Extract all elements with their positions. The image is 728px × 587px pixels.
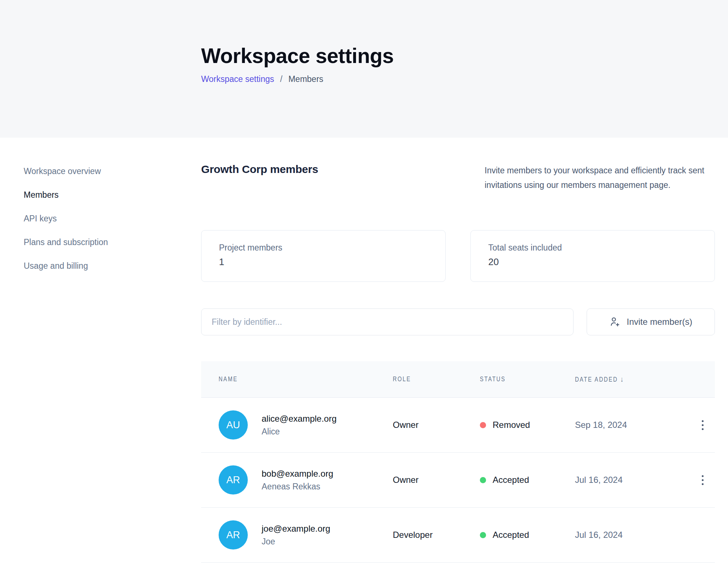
sort-descending-icon: ↓ (620, 375, 623, 383)
stat-label: Project members (219, 243, 445, 253)
invite-members-button[interactable]: Invite member(s) (587, 308, 715, 335)
members-panel: Growth Corp members Invite members to yo… (201, 163, 715, 563)
table-row: AU alice@example.org Alice Owner Removed… (201, 398, 715, 453)
member-username: Alice (262, 427, 337, 437)
member-date-added: Sep 18, 2024 (575, 420, 690, 430)
member-username: Joe (262, 537, 330, 547)
avatar: AR (219, 520, 248, 549)
sidebar-item-workspace-overview[interactable]: Workspace overview (24, 166, 177, 177)
member-date-added: Jul 16, 2024 (575, 475, 690, 485)
breadcrumb-current: Members (288, 74, 323, 84)
stat-value: 20 (488, 256, 715, 268)
row-menu-kebab-icon[interactable] (699, 472, 707, 488)
column-header-role: ROLE (393, 375, 480, 383)
table-row: AR bob@example.org Aeneas Rekkas Owner A… (201, 453, 715, 508)
stats-row: Project members 1 Total seats included 2… (201, 230, 715, 282)
member-role: Owner (393, 475, 480, 485)
member-name-cell: AR joe@example.org Joe (201, 520, 393, 549)
member-date-added: Jul 16, 2024 (575, 530, 690, 540)
stat-card-project-members: Project members 1 (201, 230, 446, 282)
page-header: Workspace settings Workspace settings / … (0, 0, 728, 138)
member-username: Aeneas Rekkas (262, 482, 333, 492)
avatar: AR (219, 465, 248, 495)
status-dot (480, 422, 486, 428)
member-role: Owner (393, 420, 480, 430)
member-email: joe@example.org (262, 524, 330, 534)
stat-label: Total seats included (488, 243, 715, 253)
member-name-cell: AU alice@example.org Alice (201, 410, 393, 440)
member-email: alice@example.org (262, 414, 337, 424)
breadcrumb-separator: / (280, 74, 282, 84)
invite-members-label: Invite member(s) (627, 317, 692, 327)
status-label: Removed (493, 420, 530, 430)
settings-sidebar: Workspace overview Members API keys Plan… (24, 166, 177, 284)
status-label: Accepted (493, 530, 529, 540)
person-plus-icon (609, 316, 621, 328)
members-table: NAME ROLE STATUS DATE ADDED ↓ AU alice@e… (201, 361, 715, 563)
status-label: Accepted (493, 475, 529, 485)
breadcrumb: Workspace settings / Members (201, 74, 728, 84)
stat-value: 1 (219, 256, 445, 268)
column-header-status: STATUS (480, 375, 575, 383)
member-status: Removed (480, 420, 575, 430)
column-header-date-added[interactable]: DATE ADDED ↓ (575, 375, 690, 383)
status-dot (480, 477, 486, 483)
members-heading: Growth Corp members (201, 163, 318, 230)
avatar: AU (219, 410, 248, 440)
sidebar-item-members[interactable]: Members (24, 189, 177, 200)
sidebar-item-api-keys[interactable]: API keys (24, 213, 177, 224)
filter-input[interactable] (201, 308, 574, 335)
member-name-cell: AR bob@example.org Aeneas Rekkas (201, 465, 393, 495)
status-dot (480, 532, 486, 538)
page-title: Workspace settings (201, 43, 728, 68)
sidebar-item-usage-billing[interactable]: Usage and billing (24, 260, 177, 271)
member-role: Developer (393, 530, 480, 540)
member-status: Accepted (480, 530, 575, 540)
table-row: AR joe@example.org Joe Developer Accepte… (201, 508, 715, 563)
member-email: bob@example.org (262, 469, 333, 479)
member-status: Accepted (480, 475, 575, 485)
breadcrumb-link-workspace-settings[interactable]: Workspace settings (201, 74, 274, 84)
column-header-name: NAME (201, 375, 393, 383)
sidebar-item-plans-subscription[interactable]: Plans and subscription (24, 237, 177, 248)
row-menu-kebab-icon[interactable] (699, 417, 707, 433)
members-description: Invite members to your workspace and eff… (485, 163, 715, 230)
stat-card-total-seats: Total seats included 20 (470, 230, 715, 282)
table-header-row: NAME ROLE STATUS DATE ADDED ↓ (201, 361, 715, 398)
